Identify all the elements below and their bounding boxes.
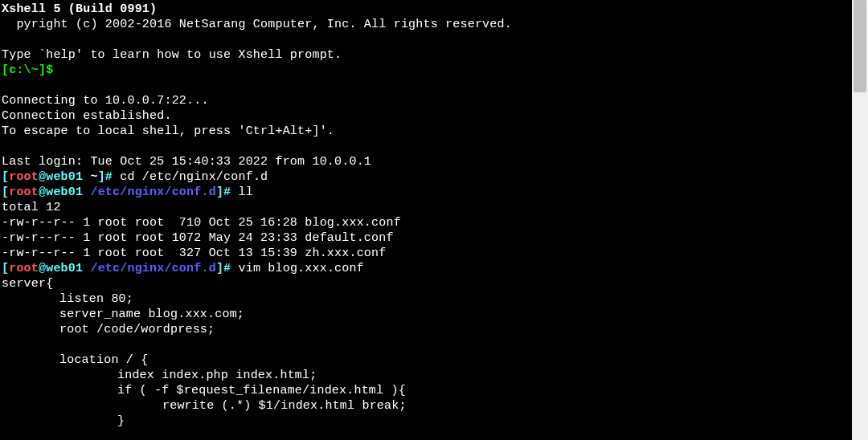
conf-line: rewrite (.*) $1/index.html break; (2, 398, 852, 414)
conf-line: root /code/wordpress; (2, 322, 852, 337)
established-line: Connection established. (2, 108, 852, 124)
blank-line (2, 139, 852, 154)
local-prompt: [c:\~]$ (2, 63, 852, 78)
app-title: Xshell 5 (Build 0991) (2, 2, 852, 17)
ls-row: -rw-r--r-- 1 root root 1072 May 24 23:33… (2, 230, 852, 246)
conf-line: server{ (2, 276, 852, 291)
prompt-path: c:\~ (9, 63, 39, 77)
cmd-cd: cd /etc/nginx/conf.d (120, 170, 268, 184)
scrollbar-thumb[interactable] (854, 0, 866, 92)
shell-prompt-2: [root@web01 /etc/nginx/conf.d]# ll (2, 185, 852, 200)
blank-line (2, 337, 852, 352)
shell-prompt-1: [root@web01 ~]# cd /etc/nginx/conf.d (2, 169, 852, 185)
conf-line: listen 80; (2, 291, 852, 307)
ls-row: -rw-r--r-- 1 root root 327 Oct 13 15:39 … (2, 246, 852, 261)
ls-total: total 12 (2, 200, 852, 215)
escape-line: To escape to local shell, press 'Ctrl+Al… (2, 124, 852, 139)
terminal-window[interactable]: Xshell 5 (Build 0991) pyright (c) 2002-2… (0, 0, 852, 440)
prompt-bracket-open: [ (2, 63, 9, 77)
scrollbar[interactable] (852, 0, 868, 440)
blank-line (2, 32, 852, 47)
conf-line: server_name blog.xxx.com; (2, 307, 852, 322)
prompt-bracket-close: ]$ (39, 63, 53, 77)
conf-line: location / { (2, 352, 852, 368)
help-hint: Type `help' to learn how to use Xshell p… (2, 47, 852, 63)
copyright: pyright (c) 2002-2016 NetSarang Computer… (2, 17, 852, 32)
conf-line: index index.php index.html; (2, 368, 852, 383)
cmd-vim: vim blog.xxx.conf (238, 262, 363, 275)
conf-line: if ( -f $request_filename/index.html ){ (2, 383, 852, 398)
ls-row: -rw-r--r-- 1 root root 710 Oct 25 16:28 … (2, 215, 852, 230)
cmd-ll: ll (238, 185, 252, 199)
last-login: Last login: Tue Oct 25 15:40:33 2022 fro… (2, 154, 852, 169)
shell-prompt-3: [root@web01 /etc/nginx/conf.d]# vim blog… (2, 261, 852, 276)
blank-line (2, 78, 852, 93)
conf-line: } (2, 414, 852, 429)
connecting-line: Connecting to 10.0.0.7:22... (2, 93, 852, 108)
